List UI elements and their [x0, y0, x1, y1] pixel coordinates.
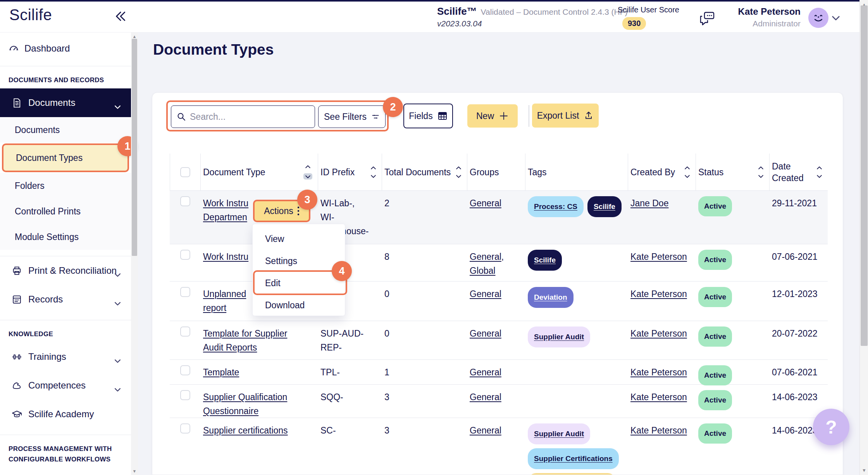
row-checkbox[interactable]	[180, 326, 190, 337]
sort-control[interactable]	[684, 166, 690, 178]
document-type-link[interactable]: Questionnaire	[203, 406, 258, 416]
menu-item-download[interactable]: Download	[253, 294, 345, 316]
tag-pill-supplier-audit[interactable]: Supplier Audit	[528, 326, 590, 347]
avatar[interactable]	[808, 8, 828, 28]
sort-descending-icon[interactable]	[684, 174, 690, 178]
sidebar-item-controlled-prints[interactable]: Controlled Prints	[0, 199, 131, 224]
document-type-link[interactable]: Template	[203, 367, 239, 377]
document-type-link[interactable]: report	[203, 303, 226, 313]
feedback-chat-icon[interactable]	[698, 10, 715, 26]
tag-pill-scilife[interactable]: Scilife	[587, 196, 622, 217]
row-checkbox[interactable]	[180, 196, 190, 206]
user-score-badge: 930	[622, 17, 646, 30]
row-checkbox[interactable]	[180, 287, 190, 297]
sort-control[interactable]	[758, 166, 764, 178]
sidebar-item-scilife-academy[interactable]: Scilife Academy	[0, 400, 131, 428]
sidebar-scrollbar-thumb[interactable]	[132, 39, 137, 256]
document-type-link[interactable]: Supplier Qualification	[203, 392, 287, 402]
sidebar-item-documents[interactable]: Documents	[0, 117, 131, 143]
chevron-down-icon[interactable]	[832, 16, 840, 21]
sidebar-item-records[interactable]: Records	[0, 285, 131, 314]
group-link[interactable]: General	[470, 425, 501, 435]
scroll-down-arrow-icon[interactable]: ▼	[131, 469, 138, 473]
sort-ascending-icon[interactable]	[456, 166, 462, 170]
created-by-link[interactable]: Kate Peterson	[630, 328, 687, 339]
select-all-checkbox[interactable]	[180, 167, 190, 177]
sort-ascending-icon[interactable]	[684, 166, 690, 170]
sidebar-item-competences[interactable]: Competences	[0, 371, 131, 400]
group-link[interactable]: General	[470, 367, 501, 377]
document-type-link[interactable]: Audit Reports	[203, 342, 257, 352]
group-link[interactable]: Global	[470, 266, 495, 276]
sidebar-scrollbar[interactable]: ▲ ▼	[131, 33, 138, 475]
row-checkbox[interactable]	[180, 390, 190, 400]
page-scrollbar[interactable]: ▲ ▼	[859, 0, 868, 475]
sort-descending-icon[interactable]	[758, 174, 764, 178]
row-checkbox[interactable]	[180, 250, 190, 260]
new-button[interactable]: New	[467, 104, 518, 128]
tag-pill-supplier-qualification[interactable]: Supplier Qualification	[528, 473, 616, 475]
tag-pill-deviation[interactable]: Deviation	[528, 287, 574, 308]
sidebar-item-module-settings[interactable]: Module Settings	[0, 224, 131, 250]
user-menu[interactable]: Kate Peterson Administrator	[719, 6, 801, 28]
row-checkbox[interactable]	[180, 423, 190, 434]
sort-control[interactable]	[816, 166, 822, 178]
group-link[interactable]: General	[470, 392, 501, 402]
document-type-link[interactable]: Departmen	[203, 212, 247, 222]
search-input[interactable]	[171, 105, 315, 128]
row-checkbox[interactable]	[180, 365, 190, 375]
scroll-down-arrow-icon[interactable]: ▼	[860, 468, 868, 473]
sidebar-item-dashboard[interactable]: Dashboard	[0, 37, 131, 60]
sort-control[interactable]	[370, 166, 376, 178]
tag-pill-supplier-certifications[interactable]: Supplier Certifications	[528, 448, 619, 469]
document-type-link[interactable]: Template for Supplier	[203, 328, 287, 339]
sort-descending-icon[interactable]	[456, 174, 462, 178]
export-list-button[interactable]: Export List	[532, 104, 599, 128]
sidebar-item-documents[interactable]: Documents	[0, 88, 131, 117]
fields-button[interactable]: Fields	[403, 104, 453, 128]
help-button[interactable]: ?	[813, 409, 849, 445]
page-scrollbar-thumb[interactable]	[861, 5, 868, 346]
sort-ascending-icon[interactable]	[370, 166, 376, 170]
created-by-link[interactable]: Kate Peterson	[630, 392, 687, 402]
group-link[interactable]: General	[470, 328, 501, 339]
sidebar-item-document-types[interactable]: Document Types1	[2, 143, 129, 172]
created-by-link[interactable]: Kate Peterson	[630, 425, 687, 435]
sort-descending-icon[interactable]	[370, 174, 376, 178]
sort-descending-icon[interactable]	[816, 174, 822, 178]
cell-status: Active	[696, 385, 770, 418]
sidebar-item-folders[interactable]: Folders	[0, 173, 131, 199]
scroll-up-arrow-icon[interactable]: ▲	[131, 34, 138, 39]
created-by-link[interactable]: Kate Peterson	[630, 252, 687, 262]
created-by-link[interactable]: Jane Doe	[630, 198, 668, 208]
menu-item-view[interactable]: View	[253, 228, 345, 250]
group-link[interactable]: General	[470, 289, 501, 299]
document-type-link[interactable]: Work Instru	[203, 198, 248, 208]
group-link[interactable]: General	[470, 198, 501, 208]
sort-descending-icon[interactable]	[303, 173, 312, 180]
cell-id-prefix: TPL-	[318, 360, 382, 385]
menu-item-settings[interactable]: Settings	[253, 250, 345, 272]
sort-ascending-icon[interactable]	[305, 165, 311, 169]
created-by-link[interactable]: Kate Peterson	[630, 289, 687, 299]
sort-ascending-icon[interactable]	[816, 166, 822, 170]
document-type-link[interactable]: Supplier certifications	[203, 425, 288, 435]
tag-pill-scilife[interactable]: Scilife	[528, 250, 562, 271]
sidebar-collapse-icon[interactable]	[112, 9, 128, 24]
tag-pill-supplier-audit[interactable]: Supplier Audit	[528, 423, 590, 444]
tag-pill-process-cs[interactable]: Process: CS	[528, 196, 584, 217]
document-type-link[interactable]: Work Instru	[203, 252, 248, 262]
sort-ascending-icon[interactable]	[758, 166, 764, 170]
sort-control[interactable]	[456, 166, 462, 178]
group-link[interactable]: General	[470, 252, 501, 262]
created-by-link[interactable]: Kate Peterson	[630, 367, 687, 377]
see-filters-button[interactable]: See Filters	[318, 105, 386, 128]
sidebar-section-knowledge: KNOWLEDGE	[0, 320, 116, 342]
sidebar-item-trainings[interactable]: Trainings	[0, 342, 131, 371]
document-type-link[interactable]: Unplanned	[203, 289, 246, 299]
actions-button[interactable]: Actions 3	[253, 200, 310, 222]
search-field[interactable]	[190, 112, 309, 122]
sidebar-item-print-reconciliation[interactable]: Print & Reconciliation	[0, 256, 131, 285]
sort-control[interactable]	[303, 165, 312, 180]
menu-item-edit[interactable]: Edit	[253, 272, 345, 294]
